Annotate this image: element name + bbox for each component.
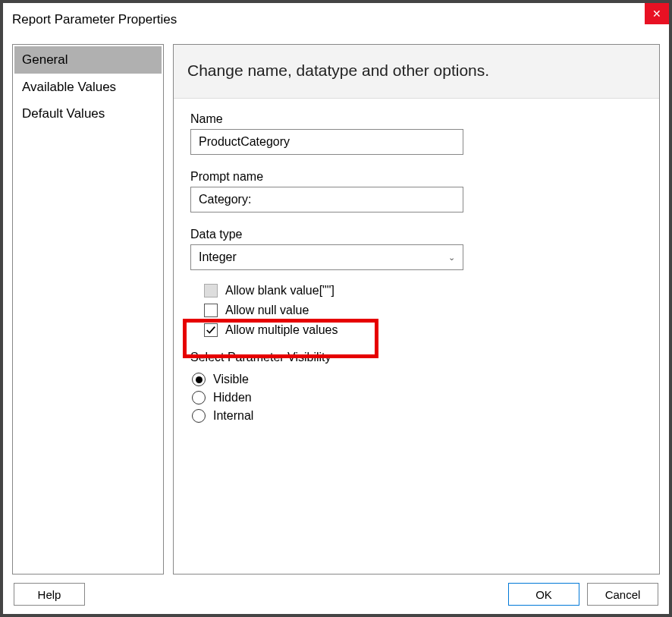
allow-multiple-row: Allow multiple values xyxy=(190,320,642,340)
panel-header: Change name, datatype and other options. xyxy=(174,45,659,99)
allow-blank-row: Allow blank value[""] xyxy=(190,281,642,301)
sidebar-item-available-values[interactable]: Available Values xyxy=(14,74,162,101)
allow-multiple-checkbox[interactable] xyxy=(204,323,218,337)
sidebar-item-label: Available Values xyxy=(22,80,116,94)
sidebar-item-label: General xyxy=(22,52,68,67)
visibility-visible-radio[interactable] xyxy=(192,373,206,386)
chevron-down-icon: ⌄ xyxy=(448,253,455,263)
dialog-window: Report Parameter Properties ✕ General Av… xyxy=(0,0,672,617)
allow-blank-label: Allow blank value[""] xyxy=(225,284,334,297)
check-icon xyxy=(206,325,216,335)
dialog-footer: Help OK Cancel xyxy=(3,575,669,614)
panel-content: Name Prompt name Data type Integer ⌄ All… xyxy=(174,99,659,439)
close-icon: ✕ xyxy=(652,8,661,20)
visibility-internal-radio[interactable] xyxy=(192,409,206,423)
main-panel: Change name, datatype and other options.… xyxy=(173,44,660,575)
sidebar-item-default-values[interactable]: Default Values xyxy=(14,100,162,127)
titlebar: Report Parameter Properties ✕ xyxy=(3,3,669,36)
name-label: Name xyxy=(190,112,642,126)
visibility-internal-row: Internal xyxy=(190,407,642,425)
visibility-hidden-row: Hidden xyxy=(190,389,642,407)
ok-button[interactable]: OK xyxy=(508,583,579,606)
window-title: Report Parameter Properties xyxy=(12,12,177,27)
datatype-label: Data type xyxy=(190,228,642,241)
radio-dot xyxy=(196,376,203,383)
visibility-label: Select Parameter Visibility xyxy=(190,351,642,364)
datatype-select[interactable]: Integer ⌄ xyxy=(190,244,463,270)
prompt-label: Prompt name xyxy=(190,170,642,184)
sidebar-item-general[interactable]: General xyxy=(14,46,162,74)
allow-null-label: Allow null value xyxy=(225,304,309,317)
prompt-input[interactable] xyxy=(190,187,463,212)
allow-multiple-label: Allow multiple values xyxy=(225,323,338,337)
help-button[interactable]: Help xyxy=(14,583,85,606)
visibility-hidden-radio[interactable] xyxy=(192,391,206,405)
visibility-visible-row: Visible xyxy=(190,370,642,389)
visibility-option-label: Hidden xyxy=(213,391,252,405)
allow-blank-checkbox xyxy=(204,284,218,297)
visibility-option-label: Visible xyxy=(213,373,249,386)
close-button[interactable]: ✕ xyxy=(645,3,669,24)
allow-null-checkbox[interactable] xyxy=(204,304,218,317)
name-input[interactable] xyxy=(190,129,463,155)
visibility-option-label: Internal xyxy=(213,409,253,423)
datatype-value: Integer xyxy=(199,250,237,264)
allow-null-row: Allow null value xyxy=(190,301,642,320)
sidebar: General Available Values Default Values xyxy=(12,44,164,575)
dialog-body: General Available Values Default Values … xyxy=(3,36,669,575)
sidebar-item-label: Default Values xyxy=(22,106,105,121)
cancel-button[interactable]: Cancel xyxy=(587,583,658,606)
